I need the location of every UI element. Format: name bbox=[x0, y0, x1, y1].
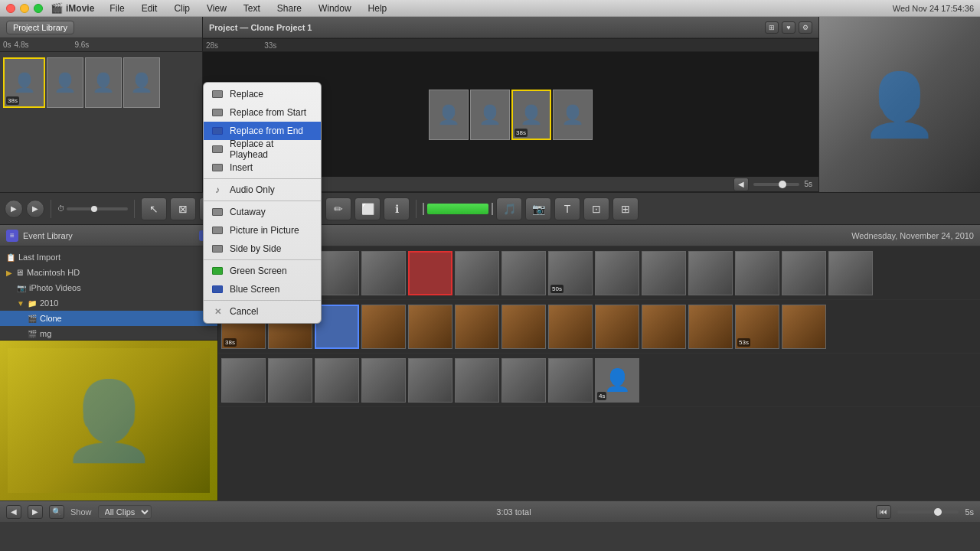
project-header-icons[interactable]: ⊞ ♥ ⚙ bbox=[765, 21, 812, 34]
tree-mg[interactable]: 🎬 mg bbox=[0, 326, 217, 340]
proj-icon-1[interactable]: ⊞ bbox=[765, 21, 779, 34]
menu-sidebyside[interactable]: Side by Side bbox=[204, 240, 321, 258]
ev-thumb-0-11[interactable] bbox=[735, 251, 779, 295]
bottom-play-btn[interactable]: ▶ bbox=[28, 505, 43, 519]
ev-thumb-1-12[interactable] bbox=[782, 305, 826, 349]
menu-replace[interactable]: Replace bbox=[204, 85, 321, 103]
speed-slider-container[interactable] bbox=[897, 510, 959, 514]
ev-thumb-1-6[interactable] bbox=[501, 305, 546, 349]
minimize-button[interactable] bbox=[20, 4, 29, 13]
ev-thumb-2-4[interactable] bbox=[408, 358, 452, 403]
tree-last-import[interactable]: 📋 Last Import bbox=[0, 249, 217, 265]
proj-icon-3[interactable]: ⚙ bbox=[799, 21, 812, 34]
menu-replace-end[interactable]: Replace from End bbox=[204, 122, 321, 140]
select-tool[interactable]: ↖ bbox=[141, 197, 167, 220]
menu-text[interactable]: Text bbox=[240, 2, 263, 15]
menu-replace-playhead[interactable]: Replace at Playhead bbox=[204, 140, 321, 158]
audio-btn-2[interactable]: 📷 bbox=[525, 197, 551, 220]
ev-thumb-1-10[interactable] bbox=[688, 305, 733, 349]
viewer-clip-1[interactable]: 👤 bbox=[470, 90, 510, 140]
proj-clip-0[interactable]: 👤 38s bbox=[3, 57, 45, 108]
trim-tool[interactable]: ⊠ bbox=[170, 197, 196, 220]
tree-iphoto-videos[interactable]: 📷 iPhoto Videos bbox=[0, 280, 217, 295]
event-row-0[interactable]: 37s bbox=[218, 246, 980, 300]
project-clips-row[interactable]: 👤 38s 👤 👤 👤 bbox=[0, 52, 202, 113]
audio-btn-1[interactable]: 🎵 bbox=[496, 197, 522, 220]
ev-thumb-2-7[interactable] bbox=[548, 358, 593, 403]
ev-thumb-0-12[interactable] bbox=[782, 251, 826, 295]
close-button[interactable] bbox=[6, 4, 15, 13]
events-timeline[interactable]: 37s bbox=[218, 246, 980, 500]
menu-bluescreen[interactable]: Blue Screen bbox=[204, 280, 321, 298]
show-select[interactable]: All Clips bbox=[98, 505, 152, 519]
ev-thumb-1-9[interactable] bbox=[642, 305, 686, 349]
proj-clip-2[interactable]: 👤 bbox=[85, 57, 122, 108]
zoom-out-btn[interactable]: ◀ bbox=[733, 178, 749, 191]
bottom-zoom-btn[interactable]: 🔍 bbox=[49, 505, 64, 519]
menu-window[interactable]: Window bbox=[315, 2, 354, 15]
menu-view[interactable]: View bbox=[204, 2, 230, 15]
menu-clip[interactable]: Clip bbox=[171, 2, 193, 15]
speed-thumb[interactable] bbox=[934, 508, 942, 516]
ev-thumb-0-10[interactable] bbox=[688, 251, 733, 295]
menu-audio-only[interactable]: ♪ Audio Only bbox=[204, 181, 321, 199]
menu-edit[interactable]: Edit bbox=[139, 2, 161, 15]
menu-help[interactable]: Help bbox=[365, 2, 390, 15]
menu-share[interactable]: Share bbox=[274, 2, 305, 15]
event-row-1[interactable]: 38s bbox=[218, 300, 980, 354]
speed-slider-track[interactable] bbox=[67, 207, 128, 210]
dropdown-menu[interactable]: Replace Replace from Start Replace from … bbox=[203, 82, 322, 324]
ev-thumb-0-13[interactable] bbox=[828, 251, 873, 295]
crop-tool[interactable]: ⬜ bbox=[354, 197, 381, 220]
play-button-2[interactable]: ▶ bbox=[26, 200, 44, 218]
speed-track[interactable] bbox=[897, 510, 959, 514]
transition-btn[interactable]: ⊡ bbox=[583, 197, 609, 220]
menu-pip[interactable]: Picture in Picture bbox=[204, 221, 321, 240]
event-tree[interactable]: 📋 Last Import ▶ 🖥 Macintosh HD 📷 iPhoto … bbox=[0, 246, 217, 340]
ev-thumb-0-5[interactable] bbox=[455, 251, 499, 295]
menu-insert[interactable]: Insert bbox=[204, 158, 321, 177]
ev-thumb-0-4[interactable] bbox=[408, 251, 452, 295]
map-btn[interactable]: ⊞ bbox=[612, 197, 639, 220]
ev-thumb-0-6[interactable] bbox=[501, 251, 546, 295]
menu-bar[interactable]: File Edit Clip View Text Share Window He… bbox=[106, 2, 390, 15]
info-tool[interactable]: ℹ bbox=[384, 197, 410, 220]
proj-clip-3[interactable]: 👤 bbox=[123, 57, 160, 108]
inspector-tool[interactable]: ✏ bbox=[325, 197, 351, 220]
ev-thumb-0-9[interactable] bbox=[642, 251, 686, 295]
ev-thumb-2-5[interactable] bbox=[455, 358, 499, 403]
tree-clone[interactable]: 🎬 Clone bbox=[0, 311, 217, 326]
menu-cancel[interactable]: ✕ Cancel bbox=[204, 302, 321, 321]
play-button-1[interactable]: ▶ bbox=[5, 200, 23, 218]
ev-thumb-2-2[interactable] bbox=[315, 358, 359, 403]
ev-thumb-1-11[interactable]: 53s bbox=[735, 305, 779, 349]
tree-macintosh-hd[interactable]: ▶ 🖥 Macintosh HD bbox=[0, 265, 217, 280]
skip-back-btn[interactable]: ⏮ bbox=[876, 505, 891, 519]
ev-thumb-1-8[interactable] bbox=[595, 305, 639, 349]
ev-thumb-2-1[interactable] bbox=[268, 358, 312, 403]
window-controls[interactable] bbox=[6, 4, 43, 13]
maximize-button[interactable] bbox=[34, 4, 43, 13]
menu-cutaway[interactable]: Cutaway bbox=[204, 203, 321, 221]
ev-thumb-2-3[interactable] bbox=[361, 358, 406, 403]
viewer-clip-0[interactable]: 👤 bbox=[429, 90, 469, 140]
ev-thumb-0-3[interactable] bbox=[361, 251, 406, 295]
event-row-2[interactable]: 👤 4s bbox=[218, 354, 980, 407]
menu-replace-start[interactable]: Replace from Start bbox=[204, 103, 321, 122]
proj-clip-1[interactable]: 👤 bbox=[47, 57, 83, 108]
zoom-thumb[interactable] bbox=[779, 181, 786, 188]
text-btn[interactable]: T bbox=[554, 197, 580, 220]
viewer-clip-3[interactable]: 👤 bbox=[553, 90, 593, 140]
ev-thumb-2-8[interactable]: 👤 4s bbox=[595, 358, 639, 403]
speed-slider-thumb[interactable] bbox=[91, 206, 97, 212]
menu-file[interactable]: File bbox=[106, 2, 127, 15]
ev-thumb-2-6[interactable] bbox=[501, 358, 546, 403]
ev-thumb-1-5[interactable] bbox=[455, 305, 499, 349]
menu-greenscreen[interactable]: Green Screen bbox=[204, 262, 321, 280]
project-library-button[interactable]: Project Library bbox=[6, 21, 74, 34]
proj-icon-2[interactable]: ♥ bbox=[782, 21, 795, 34]
ev-thumb-0-8[interactable] bbox=[595, 251, 639, 295]
bottom-prev-btn[interactable]: ◀ bbox=[6, 505, 21, 519]
tree-2010[interactable]: ▼ 📁 2010 bbox=[0, 295, 217, 311]
ev-thumb-1-3[interactable] bbox=[361, 305, 406, 349]
